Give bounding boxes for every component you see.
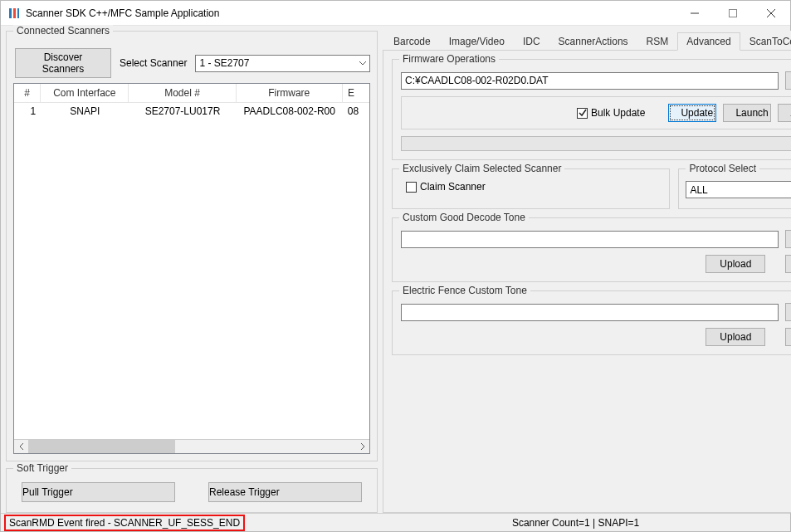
svg-rect-1	[13, 8, 16, 18]
horizontal-scrollbar[interactable]	[14, 439, 369, 453]
electric-fence-tone-group: Electric Fence Custom Tone Browse Upload…	[392, 290, 791, 355]
col-model[interactable]: Model #	[129, 84, 236, 102]
status-counts-text: Scanner Count=1 | SNAPI=1	[396, 517, 639, 529]
efence-browse-button[interactable]: Browse	[785, 303, 791, 321]
svg-rect-2	[17, 8, 19, 18]
connected-scanners-legend: Connected Scanners	[13, 25, 113, 37]
maximize-button[interactable]	[714, 1, 752, 26]
col-num[interactable]: #	[14, 84, 41, 102]
cell-num: 1	[14, 103, 41, 120]
tab-idc[interactable]: IDC	[514, 32, 549, 50]
protocol-select-group: Protocol Select ALL	[678, 168, 791, 209]
cell-fw: PAADLC08-002-R00	[237, 103, 343, 120]
cell-model: SE2707-LU017R	[129, 103, 236, 120]
minimize-button[interactable]	[676, 1, 714, 26]
window: Scanner SDK C++/MFC Sample Application C…	[0, 0, 791, 532]
launch-button[interactable]: Launch	[723, 104, 771, 122]
left-panel: Connected Scanners Discover Scanners Sel…	[6, 31, 378, 513]
claim-legend: Exclusively Claim Selected Scanner	[399, 163, 564, 174]
firmware-legend: Firmware Operations	[399, 53, 499, 65]
window-controls	[676, 1, 790, 26]
good-decode-erase-button[interactable]: Erase	[785, 255, 791, 273]
tab-rsm[interactable]: RSM	[637, 32, 678, 50]
col-firmware[interactable]: Firmware	[237, 84, 343, 102]
window-title: Scanner SDK C++/MFC Sample Application	[26, 7, 676, 19]
soft-trigger-group: Soft Trigger Pull Trigger Release Trigge…	[6, 468, 378, 513]
good-decode-browse-button[interactable]: Browse	[785, 230, 791, 248]
good-decode-upload-button[interactable]: Upload	[706, 255, 765, 273]
update-button[interactable]: Update	[668, 104, 716, 122]
good-decode-path-input[interactable]	[401, 231, 779, 248]
tab-barcode[interactable]: Barcode	[384, 32, 440, 50]
select-scanner-label: Select Scanner	[120, 57, 187, 69]
firmware-path-input[interactable]: C:¥CAADLC08-002-R02D0.DAT	[401, 72, 779, 90]
firmware-operations-group: Firmware Operations C:¥CAADLC08-002-R02D…	[392, 59, 791, 160]
titlebar: Scanner SDK C++/MFC Sample Application	[1, 1, 790, 26]
claim-scanner-group: Exclusively Claim Selected Scanner Claim…	[392, 168, 670, 209]
scroll-left-icon[interactable]	[14, 440, 28, 453]
cell-com: SNAPI	[41, 103, 129, 120]
main-body: Connected Scanners Discover Scanners Sel…	[1, 26, 790, 513]
close-button[interactable]	[752, 1, 790, 26]
bulk-update-checkbox[interactable]: Bulk Update	[577, 107, 645, 119]
scroll-right-icon[interactable]	[355, 440, 369, 453]
svg-rect-0	[9, 8, 12, 18]
good-decode-tone-group: Custom Good Decode Tone Browse Upload Er…	[392, 217, 791, 282]
release-trigger-button[interactable]: Release Trigger	[208, 482, 362, 502]
col-com-interface[interactable]: Com Interface	[41, 84, 129, 102]
soft-trigger-legend: Soft Trigger	[13, 462, 71, 474]
scroll-thumb[interactable]	[28, 440, 175, 453]
status-event-text: ScanRMD Event fired - SCANNER_UF_SESS_EN…	[4, 515, 245, 531]
efence-legend: Electric Fence Custom Tone	[399, 285, 530, 296]
bulk-update-label: Bulk Update	[591, 107, 645, 119]
protocol-value: ALL	[690, 184, 707, 196]
firmware-browse-button[interactable]: Browse	[785, 71, 791, 90]
right-panel: Barcode Image/Video IDC ScannerActions R…	[383, 31, 791, 513]
select-scanner-value: 1 - SE2707	[199, 57, 249, 69]
tab-scan-to-connect[interactable]: ScanToConnect	[740, 32, 791, 50]
svg-rect-4	[730, 9, 737, 17]
cell-e: 08	[343, 103, 369, 120]
connected-scanners-group: Connected Scanners Discover Scanners Sel…	[6, 31, 378, 461]
efence-upload-button[interactable]: Upload	[706, 328, 765, 346]
status-bar: ScanRMD Event fired - SCANNER_UF_SESS_EN…	[1, 513, 790, 531]
pull-trigger-button[interactable]: Pull Trigger	[22, 482, 175, 502]
protocol-legend: Protocol Select	[686, 163, 759, 174]
discover-scanners-button[interactable]: Discover Scanners	[15, 48, 111, 78]
tab-scanner-actions[interactable]: ScannerActions	[549, 32, 637, 50]
tab-image-video[interactable]: Image/Video	[440, 32, 514, 50]
tab-content-advanced: Firmware Operations C:¥CAADLC08-002-R02D…	[383, 51, 791, 513]
table-row[interactable]: 1 SNAPI SE2707-LU017R PAADLC08-002-R00 0…	[14, 103, 369, 120]
tab-bar: Barcode Image/Video IDC ScannerActions R…	[383, 31, 791, 51]
firmware-progress	[401, 136, 791, 151]
abort-button[interactable]: Abort	[778, 104, 791, 122]
tab-advanced[interactable]: Advanced	[677, 32, 740, 51]
col-e[interactable]: E	[343, 84, 369, 102]
efence-erase-button[interactable]: Erase	[785, 328, 791, 346]
good-decode-legend: Custom Good Decode Tone	[399, 212, 529, 223]
scanner-grid[interactable]: # Com Interface Model # Firmware E 1 SNA…	[13, 83, 370, 454]
protocol-select-dropdown[interactable]: ALL	[686, 181, 791, 198]
chevron-down-icon	[359, 61, 366, 66]
app-icon	[7, 7, 21, 20]
claim-scanner-checkbox[interactable]: Claim Scanner	[406, 181, 486, 193]
select-scanner-dropdown[interactable]: 1 - SE2707	[195, 55, 370, 72]
efence-path-input[interactable]	[401, 304, 779, 321]
claim-scanner-label: Claim Scanner	[420, 181, 486, 193]
